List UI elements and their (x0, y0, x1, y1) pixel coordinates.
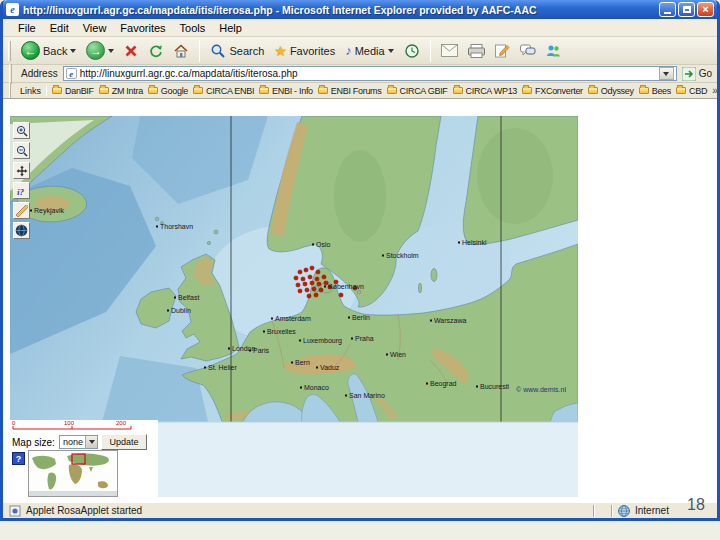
go-icon (682, 67, 696, 81)
update-button[interactable]: Update (101, 434, 147, 450)
address-dropdown-button[interactable] (659, 67, 674, 80)
messenger-button[interactable] (542, 42, 565, 60)
address-grip[interactable] (9, 64, 12, 84)
zoom-out-icon (16, 145, 28, 157)
identify-icon: i? (16, 185, 28, 197)
close-button[interactable]: × (697, 2, 714, 17)
stop-button[interactable] (120, 42, 142, 60)
links-overflow-button[interactable]: » (712, 85, 717, 96)
link-circa-wp13[interactable]: CIRCA WP13 (453, 86, 518, 96)
map-copyright: © www.demis.nl (516, 386, 566, 393)
menu-item-tools[interactable]: Tools (173, 21, 213, 35)
applet-icon (9, 505, 21, 517)
map-size-select[interactable]: none (59, 435, 98, 449)
links-label: Links (20, 86, 41, 96)
discuss-icon (520, 44, 536, 58)
link-circa-gbif[interactable]: CIRCA GBIF (387, 86, 448, 96)
address-label: Address (21, 68, 58, 79)
link-odyssey[interactable]: Odyssey (588, 86, 634, 96)
page-content: ReykjavikThorshavnOsloStockholmHelsinkiK… (3, 99, 717, 502)
map-tool-measure[interactable] (13, 202, 30, 219)
minimize-icon (664, 12, 671, 14)
folder-icon (99, 87, 109, 94)
links-bar: Links DanBIFZM IntraGoogleCIRCA ENBIENBI… (3, 83, 717, 99)
media-dropdown-icon[interactable] (388, 49, 394, 53)
map-tool-zoom-in[interactable] (13, 122, 30, 139)
back-dropdown-icon[interactable] (70, 49, 76, 53)
favorites-label: Favorites (290, 45, 335, 57)
zone-label: Internet (635, 505, 669, 516)
map-tool-identify[interactable]: i? (13, 182, 30, 199)
link-cbd[interactable]: CBD (676, 86, 707, 96)
edit-icon (495, 43, 510, 58)
close-icon: × (702, 4, 708, 15)
back-label: Back (43, 45, 67, 57)
link-bees[interactable]: Bees (639, 86, 671, 96)
media-note-icon: ♪ (345, 44, 352, 57)
favorites-button[interactable]: ★ Favorites (270, 42, 339, 60)
map-ui-panel: 0100200 Map size: none Update (10, 420, 158, 497)
address-input[interactable] (80, 68, 656, 80)
map-tool-pan[interactable] (13, 162, 30, 179)
toolbar: ← Back → Search ★ (3, 37, 717, 65)
map-size-value: none (63, 437, 83, 447)
refresh-button[interactable] (144, 41, 167, 60)
toolbar-separator (430, 40, 431, 62)
discuss-button[interactable] (516, 42, 540, 60)
menu-item-edit[interactable]: Edit (43, 21, 76, 35)
window-title: http://linuxgurrl.agr.gc.ca/mapdata/itis… (23, 4, 655, 16)
link-fxconverter[interactable]: FXConverter (522, 86, 583, 96)
menu-item-favorites[interactable]: Favorites (113, 21, 172, 35)
go-button[interactable]: Go (682, 67, 712, 81)
mail-button[interactable] (437, 42, 462, 59)
search-button[interactable]: Search (206, 41, 268, 61)
world-overview-map (29, 451, 117, 496)
edit-button[interactable] (491, 41, 514, 60)
maximize-button[interactable] (678, 2, 695, 17)
menu-item-help[interactable]: Help (212, 21, 249, 35)
link-danbif[interactable]: DanBIF (52, 86, 94, 96)
presentation-slide: e http://linuxgurrl.agr.gc.ca/mapdata/it… (0, 0, 720, 540)
globe-tool-icon (15, 224, 28, 237)
forward-button[interactable]: → (82, 39, 118, 62)
media-button[interactable]: ♪ Media (341, 42, 397, 59)
svg-text:i?: i? (17, 186, 25, 196)
menu-item-file[interactable]: File (11, 21, 43, 35)
link-zm-intra[interactable]: ZM Intra (99, 86, 143, 96)
links-divider (46, 85, 47, 96)
map-tool-zoom-out[interactable] (13, 142, 30, 159)
browser-window: e http://linuxgurrl.agr.gc.ca/mapdata/it… (0, 0, 720, 521)
link-enbi-info[interactable]: ENBI - Info (259, 86, 313, 96)
map-applet: ReykjavikThorshavnOsloStockholmHelsinkiK… (10, 116, 578, 497)
toolbar-grip[interactable] (8, 41, 11, 61)
toolbar-separator (199, 40, 200, 62)
overview-minimap[interactable] (28, 450, 118, 497)
refresh-icon (148, 43, 163, 58)
title-bar[interactable]: e http://linuxgurrl.agr.gc.ca/mapdata/it… (3, 0, 717, 19)
map-size-caret (85, 436, 97, 448)
measure-icon (16, 205, 28, 217)
history-button[interactable] (400, 41, 424, 61)
forward-dropdown-icon[interactable] (108, 49, 114, 53)
folder-icon (193, 87, 203, 94)
home-button[interactable] (169, 41, 193, 61)
folder-icon (676, 87, 686, 94)
links-items: DanBIFZM IntraGoogleCIRCA ENBIENBI - Inf… (52, 86, 707, 96)
back-icon: ← (21, 41, 40, 60)
help-button[interactable]: ? (12, 452, 25, 465)
status-bar: Applet RosaApplet started Internet (3, 502, 717, 518)
print-button[interactable] (464, 42, 489, 60)
link-enbi-forums[interactable]: ENBI Forums (318, 86, 382, 96)
address-box: e (63, 66, 677, 81)
history-icon (404, 43, 420, 59)
menu-item-view[interactable]: View (76, 21, 114, 35)
minimize-button[interactable] (659, 2, 676, 17)
link-google[interactable]: Google (148, 86, 188, 96)
folder-icon (259, 87, 269, 94)
link-circa-enbi[interactable]: CIRCA ENBI (193, 86, 254, 96)
media-label: Media (355, 45, 385, 57)
back-button[interactable]: ← Back (17, 39, 80, 62)
links-grip[interactable] (9, 83, 11, 99)
map-tool-globe[interactable] (13, 222, 30, 239)
status-message-pane: Applet RosaApplet started (3, 505, 593, 517)
